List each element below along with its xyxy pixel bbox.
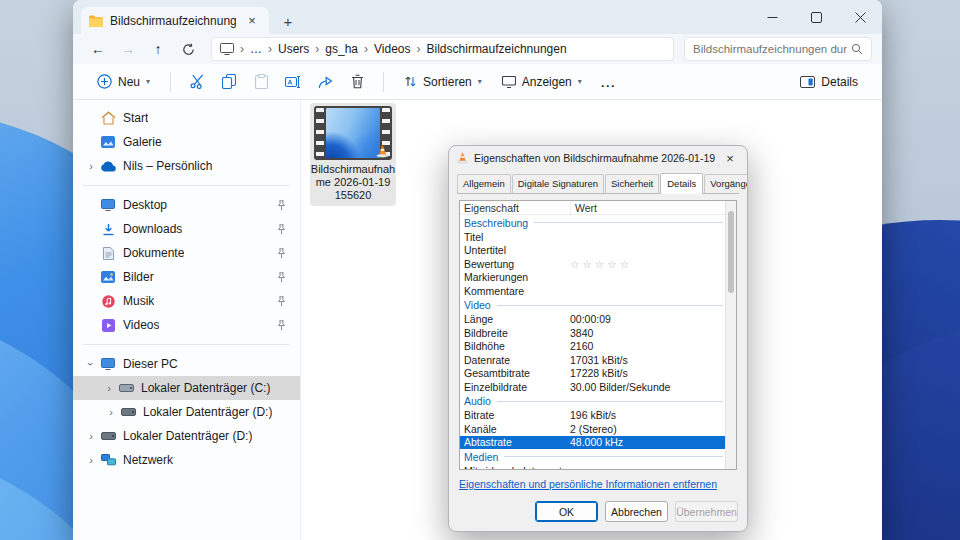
tab-sicherheit[interactable]: Sicherheit <box>605 174 659 193</box>
sidebar-item-musik[interactable]: Musik <box>75 289 298 313</box>
remove-properties-link[interactable]: Eigenschaften und persönliche Informatio… <box>459 478 737 490</box>
sidebar-item-drive-d1[interactable]: › Lokaler Datenträger (D:) <box>75 400 298 424</box>
tab-details[interactable]: Details <box>660 173 703 194</box>
network-icon <box>99 454 117 466</box>
chevron-right-icon[interactable]: › <box>83 430 99 442</box>
sidebar-item-label: Nils – Persönlich <box>123 159 212 173</box>
property-value: 3840 <box>570 327 725 339</box>
back-icon[interactable]: ← <box>85 37 111 61</box>
tab-close-icon[interactable]: × <box>243 12 261 30</box>
new-button[interactable]: Neu ▾ <box>89 69 158 94</box>
section-title: Beschreibung <box>464 217 528 229</box>
share-icon[interactable] <box>311 69 339 95</box>
sidebar-item-onedrive[interactable]: › Nils – Persönlich <box>75 154 298 178</box>
property-row-partial[interactable]: Mitwirkende Interpreten <box>460 464 725 469</box>
copy-icon[interactable] <box>215 69 243 95</box>
ok-button[interactable]: OK <box>535 501 598 522</box>
rename-icon[interactable] <box>279 69 307 95</box>
search-input[interactable] <box>693 43 847 55</box>
column-header-value[interactable]: Wert <box>570 201 725 214</box>
details-pane-button[interactable]: Details <box>792 70 866 94</box>
sidebar-item-label: Bilder <box>123 270 154 284</box>
property-row[interactable]: Untertitel <box>460 244 725 258</box>
dialog-close-icon[interactable]: × <box>721 151 739 166</box>
breadcrumb[interactable]: › … › Users › gs_ha › Videos › Bildschir… <box>211 37 674 61</box>
breadcrumb-videos[interactable]: Videos <box>374 42 410 56</box>
breadcrumb-users[interactable]: Users <box>278 42 309 56</box>
chevron-right-icon[interactable]: › <box>103 406 119 418</box>
breadcrumb-current-folder[interactable]: Bildschirmaufzeichnungen <box>427 42 567 56</box>
property-row[interactable]: Bildhöhe2160 <box>460 340 725 354</box>
property-row-selected[interactable]: Abtastrate48.000 kHz <box>460 436 725 450</box>
tab-vorgaengerversionen[interactable]: Vorgängerversionen <box>704 174 748 193</box>
apply-button[interactable]: Übernehmen <box>675 501 738 522</box>
chevron-down-icon[interactable]: › <box>85 356 97 372</box>
search-icon <box>851 43 863 55</box>
refresh-icon[interactable] <box>175 37 201 61</box>
section-beschreibung: Beschreibung <box>460 215 725 230</box>
new-tab-button[interactable]: + <box>279 12 297 30</box>
maximize-button[interactable] <box>794 0 838 34</box>
close-button[interactable] <box>838 0 882 34</box>
property-row[interactable]: Kommentare <box>460 284 725 298</box>
sidebar-item-bilder[interactable]: Bilder <box>75 265 298 289</box>
property-row[interactable]: Datenrate17031 kBit/s <box>460 353 725 367</box>
sidebar-item-start[interactable]: Start <box>75 106 298 130</box>
column-header-property[interactable]: Eigenschaft <box>460 201 570 214</box>
sort-button[interactable]: Sortieren ▾ <box>396 70 490 94</box>
tab-allgemein[interactable]: Allgemein <box>457 174 511 193</box>
minimize-button[interactable] <box>750 0 794 34</box>
breadcrumb-user[interactable]: gs_ha <box>325 42 358 56</box>
explorer-tab[interactable]: Bildschirmaufzeichnungen × <box>81 7 269 34</box>
sidebar-divider <box>83 344 290 345</box>
view-button[interactable]: Anzeigen ▾ <box>494 70 590 94</box>
view-icon <box>502 76 516 88</box>
section-rule <box>497 401 723 402</box>
file-name-line: Bildschirmaufnah <box>311 163 395 176</box>
toolbar-divider <box>383 72 384 92</box>
property-row[interactable]: Kanäle2 (Stereo) <box>460 422 725 436</box>
cancel-button[interactable]: Abbrechen <box>605 501 668 522</box>
sidebar-item-label: Lokaler Datenträger (D:) <box>123 429 252 443</box>
up-icon[interactable]: ↑ <box>145 37 171 61</box>
property-label: Markierungen <box>460 271 570 283</box>
paste-icon[interactable] <box>247 69 275 95</box>
property-row[interactable]: Titel <box>460 230 725 244</box>
file-item-video[interactable]: Bildschirmaufnah me 2026-01-19 155620 <box>310 103 396 206</box>
chevron-down-icon: ▾ <box>146 77 150 86</box>
property-row[interactable]: Länge00:00:09 <box>460 313 725 327</box>
sidebar-item-drive-d2[interactable]: › Lokaler Datenträger (D:) <box>75 424 298 448</box>
delete-icon[interactable] <box>343 69 371 95</box>
property-row-rating[interactable]: Bewertung☆☆☆☆☆ <box>460 257 725 271</box>
property-row[interactable]: Bitrate196 kBit/s <box>460 409 725 423</box>
properties-list-content: Eigenschaft Wert Beschreibung Titel Unte… <box>460 201 725 469</box>
sidebar-item-label: Netzwerk <box>123 453 173 467</box>
property-row[interactable]: Markierungen <box>460 271 725 285</box>
chevron-right-icon[interactable]: › <box>83 454 99 466</box>
chevron-right-icon[interactable]: › <box>83 160 99 172</box>
drive-icon <box>99 432 117 440</box>
search-box[interactable] <box>684 37 872 61</box>
chevron-right-icon[interactable]: › <box>101 382 117 394</box>
sidebar-item-dokumente[interactable]: Dokumente <box>75 241 298 265</box>
pin-icon <box>277 272 286 283</box>
sidebar-item-drive-c[interactable]: › Lokaler Datenträger (C:) <box>73 376 300 400</box>
sidebar-item-downloads[interactable]: Downloads <box>75 217 298 241</box>
rating-stars-icon[interactable]: ☆☆☆☆☆ <box>570 258 725 270</box>
scrollbar[interactable] <box>725 201 736 469</box>
document-icon <box>99 247 117 260</box>
sidebar-item-dieser-pc[interactable]: › Dieser PC <box>75 352 298 376</box>
forward-icon[interactable]: → <box>115 37 141 61</box>
tab-digitale-signaturen[interactable]: Digitale Signaturen <box>512 174 604 193</box>
property-row[interactable]: Gesamtbitrate17228 kBit/s <box>460 367 725 381</box>
sidebar-item-netzwerk[interactable]: › Netzwerk <box>75 448 298 472</box>
sidebar-item-galerie[interactable]: Galerie <box>75 130 298 154</box>
scrollbar-thumb[interactable] <box>728 211 734 293</box>
cut-icon[interactable] <box>183 69 211 95</box>
more-options-icon[interactable]: … <box>594 69 622 95</box>
breadcrumb-ellipsis[interactable]: … <box>250 42 262 56</box>
property-row[interactable]: Einzelbildrate30.00 Bilder/Sekunde <box>460 380 725 394</box>
sidebar-item-desktop[interactable]: Desktop <box>75 193 298 217</box>
property-row[interactable]: Bildbreite3840 <box>460 326 725 340</box>
sidebar-item-videos[interactable]: Videos <box>75 313 298 337</box>
